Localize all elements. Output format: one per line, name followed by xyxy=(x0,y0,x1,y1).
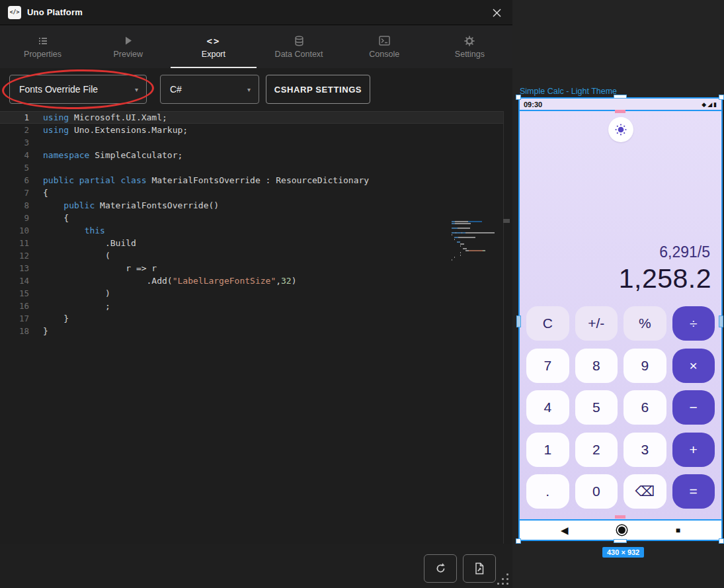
file-dropdown[interactable]: Fonts Override File ▾ xyxy=(9,75,147,104)
code-line: 16 ; xyxy=(0,300,503,312)
calc-key-÷[interactable]: ÷ xyxy=(672,306,715,341)
hot-design-window: </> Uno Platform Properties Previe xyxy=(0,0,724,588)
device-label: Simple Calc - Light Theme xyxy=(520,87,617,96)
tab-data-context[interactable]: Data Context xyxy=(257,26,342,68)
calc-result: 1,258.2 xyxy=(619,263,711,294)
selection-handle-bottom-right[interactable] xyxy=(719,538,724,544)
android-nav-bar: ◀ ■ xyxy=(520,519,721,540)
line-number: 14 xyxy=(0,274,29,287)
code-line: 1using Microsoft.UI.Xaml; xyxy=(0,111,503,124)
line-number: 5 xyxy=(0,161,29,174)
calc-key-2[interactable]: 2 xyxy=(575,433,618,467)
calc-key-6[interactable]: 6 xyxy=(623,390,666,425)
calc-key-9[interactable]: 9 xyxy=(623,349,666,383)
tab-label: Export xyxy=(202,50,225,59)
title-bar: </> Uno Platform xyxy=(0,0,512,25)
refresh-icon xyxy=(434,562,447,575)
list-icon xyxy=(38,35,48,46)
calc-key-%[interactable]: % xyxy=(623,306,666,341)
tab-export[interactable]: <> Export xyxy=(171,26,256,68)
calc-key-=[interactable]: = xyxy=(672,474,715,509)
battery-icon: ▮ xyxy=(713,101,717,108)
line-number: 13 xyxy=(0,262,29,274)
nav-recents-icon[interactable]: ■ xyxy=(676,526,680,534)
calc-key-4[interactable]: 4 xyxy=(526,390,569,425)
tab-settings[interactable]: Settings xyxy=(427,26,512,68)
minimap[interactable] xyxy=(452,221,482,261)
tab-label: Settings xyxy=(455,50,485,59)
calc-key-+[interactable]: + xyxy=(672,433,715,467)
line-number: 12 xyxy=(0,249,29,262)
code-editor[interactable]: 1using Microsoft.UI.Xaml;2using Uno.Exte… xyxy=(0,111,504,544)
tab-label: Data Context xyxy=(275,50,323,59)
tab-bar: Properties Preview <> Export Data Contex… xyxy=(0,26,512,68)
line-number: 4 xyxy=(0,149,29,161)
calc-key-.[interactable]: . xyxy=(526,474,569,509)
chevron-down-icon: ▾ xyxy=(247,86,251,93)
calc-key-+/-[interactable]: +/- xyxy=(575,306,618,341)
export-toolbar: Fonts Override File ▾ C# ▾ CSHARP SETTIN… xyxy=(0,68,512,111)
tab-preview[interactable]: Preview xyxy=(85,26,171,68)
calc-key-5[interactable]: 5 xyxy=(575,390,618,425)
line-number: 1 xyxy=(0,111,29,124)
tab-console[interactable]: Console xyxy=(342,26,427,68)
calc-key-−[interactable]: − xyxy=(672,390,715,425)
line-number: 18 xyxy=(0,325,29,337)
close-button[interactable] xyxy=(490,6,503,19)
tab-properties[interactable]: Properties xyxy=(0,26,85,68)
code-line: 13 r => r xyxy=(0,262,503,274)
csharp-settings-button[interactable]: CSHARP SETTINGS xyxy=(266,75,370,104)
code-lines: 1using Microsoft.UI.Xaml;2using Uno.Exte… xyxy=(0,111,503,337)
line-number: 3 xyxy=(0,136,29,149)
code-line: 2using Uno.Extensions.Markup; xyxy=(0,124,503,136)
calc-key-×[interactable]: × xyxy=(672,349,715,383)
calc-key-C[interactable]: C xyxy=(526,306,569,341)
selection-handle-bottom-left[interactable] xyxy=(516,538,521,544)
selection-handle-top-left[interactable] xyxy=(516,95,521,100)
selection-handle-top-center[interactable] xyxy=(614,95,627,99)
code-line: 6public partial class MaterialFontsOverr… xyxy=(0,174,503,187)
code-line: 3 xyxy=(0,136,503,149)
device-size-badge: 430 × 932 xyxy=(602,547,644,558)
close-icon xyxy=(493,9,501,17)
nav-back-icon[interactable]: ◀ xyxy=(561,525,569,535)
panel-resize-grip[interactable] xyxy=(496,573,510,587)
scrollbar-thumb[interactable] xyxy=(503,219,510,223)
selection-handle-bottom-center[interactable] xyxy=(614,539,627,543)
line-number: 7 xyxy=(0,187,29,199)
tab-label: Preview xyxy=(114,50,143,59)
language-dropdown[interactable]: C# ▾ xyxy=(160,75,259,104)
tab-label: Properties xyxy=(24,50,61,59)
gear-icon xyxy=(464,35,475,46)
calc-key-0[interactable]: 0 xyxy=(575,474,618,509)
code-line: 10 this xyxy=(0,224,503,237)
window-title: Uno Platform xyxy=(27,7,83,17)
calc-key-7[interactable]: 7 xyxy=(526,349,569,383)
spacing-handle-top[interactable] xyxy=(615,110,625,113)
selection-handle-right-center[interactable] xyxy=(719,315,723,327)
nav-home-icon[interactable] xyxy=(618,526,625,534)
status-icons: ◆ ◢ ▮ xyxy=(702,101,717,108)
spacing-handle-bottom[interactable] xyxy=(615,515,625,519)
calc-key-1[interactable]: 1 xyxy=(526,433,569,467)
calc-key-8[interactable]: 8 xyxy=(575,349,618,383)
calculator-app: 6,291/5 1,258.2 C+/-%÷789×456−123+.0⌫= xyxy=(520,111,721,519)
line-number: 11 xyxy=(0,237,29,249)
file-dropdown-value: Fonts Override File xyxy=(19,84,98,95)
line-number: 9 xyxy=(0,212,29,224)
calc-key-⌫[interactable]: ⌫ xyxy=(623,474,666,509)
line-number: 10 xyxy=(0,224,29,237)
calc-key-3[interactable]: 3 xyxy=(623,433,666,467)
code-line: 18} xyxy=(0,325,503,337)
theme-toggle-button[interactable] xyxy=(608,117,633,142)
selection-handle-top-right[interactable] xyxy=(719,95,724,100)
refresh-button[interactable] xyxy=(424,554,457,583)
selection-handle-left-center[interactable] xyxy=(516,315,521,327)
line-number: 16 xyxy=(0,300,29,312)
export-file-button[interactable] xyxy=(463,554,496,583)
signal-icon: ◢ xyxy=(707,101,712,108)
status-time: 09:30 xyxy=(524,101,542,108)
line-number: 15 xyxy=(0,287,29,300)
chevron-down-icon: ▾ xyxy=(135,86,138,93)
panel-footer xyxy=(0,544,512,588)
